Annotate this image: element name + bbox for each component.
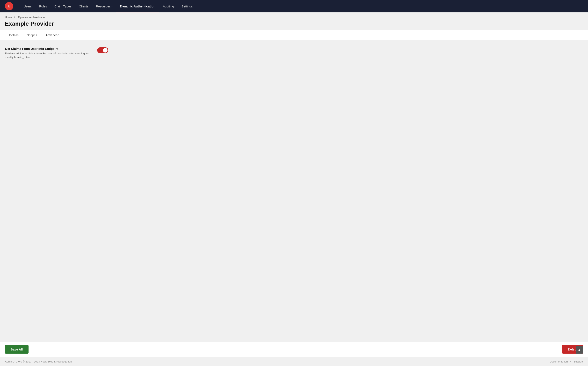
footer-links: Documentation • Support	[550, 360, 583, 363]
tab-scopes[interactable]: Scopes	[23, 30, 41, 40]
tab-details[interactable]: Details	[5, 30, 23, 40]
logo-letter: U	[8, 4, 11, 8]
page-title: Example Provider	[0, 21, 588, 30]
nav-item-dynamic-auth[interactable]: Dynamic Authentication	[116, 0, 159, 12]
nav-items: Users Roles Claim Types Clients Resource…	[20, 0, 196, 12]
nav-item-auditing[interactable]: Auditing	[159, 0, 178, 12]
footer-left: AdminUI 2.0.0 © 2017 - 2023 Rock Solid K…	[5, 360, 72, 363]
nav-item-roles[interactable]: Roles	[35, 0, 51, 12]
nav-item-clients[interactable]: Clients	[75, 0, 92, 12]
tabs-bar: Details Scopes Advanced	[0, 30, 588, 40]
claims-toggle[interactable]: ✕	[97, 47, 108, 53]
nav-logo[interactable]: U	[5, 2, 13, 10]
footer-version: AdminUI 2.0.0	[5, 360, 22, 363]
footer-support-link[interactable]: Support	[573, 360, 583, 363]
scroll-to-top-button[interactable]: ▲	[576, 346, 583, 354]
save-all-button[interactable]: Save All	[5, 345, 29, 354]
main-content: Get Claims From User Info Endpoint Retri…	[0, 40, 588, 342]
footer-bar: Save All Delete	[0, 342, 588, 357]
nav-item-settings[interactable]: Settings	[178, 0, 196, 12]
breadcrumb-current: Dynamic Authentication	[18, 16, 46, 19]
setting-info: Get Claims From User Info Endpoint Retri…	[5, 47, 90, 59]
nav-item-users[interactable]: Users	[20, 0, 35, 12]
toggle-x-icon: ✕	[105, 49, 107, 52]
footer-separator: •	[570, 360, 571, 363]
footer-documentation-link[interactable]: Documentation	[550, 360, 567, 363]
setting-label: Get Claims From User Info Endpoint	[5, 47, 90, 50]
footer-copyright: © 2017 - 2023 Rock Solid Knowledge Ltd	[23, 360, 72, 363]
navbar: U Users Roles Claim Types Clients Resour…	[0, 0, 588, 12]
setting-description: Retrieve additional claims from the user…	[5, 52, 90, 59]
nav-item-claim-types[interactable]: Claim Types	[51, 0, 75, 12]
breadcrumb: Home / Dynamic Authentication	[0, 12, 588, 21]
chevron-down-icon: ▾	[112, 5, 113, 8]
nav-item-resources[interactable]: Resources ▾	[92, 0, 116, 12]
bottom-footer: AdminUI 2.0.0 © 2017 - 2023 Rock Solid K…	[0, 357, 588, 366]
toggle-wrapper: ✕	[97, 47, 108, 53]
tab-advanced[interactable]: Advanced	[41, 30, 63, 40]
setting-row-claims: Get Claims From User Info Endpoint Retri…	[5, 47, 108, 59]
breadcrumb-home[interactable]: Home	[5, 16, 12, 19]
breadcrumb-separator: /	[14, 16, 15, 19]
